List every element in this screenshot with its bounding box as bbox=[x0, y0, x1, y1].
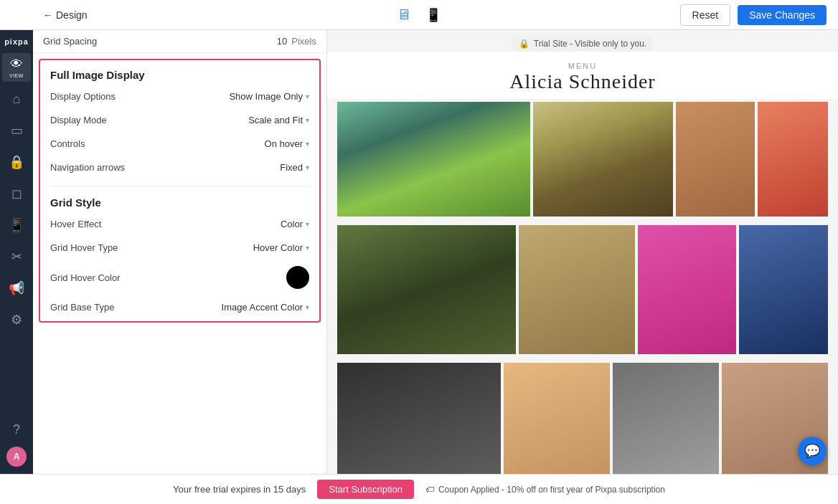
grid-hover-type-row: Grid Hover Type Hover Color ▾ bbox=[50, 242, 309, 253]
display-options-row: Display Options Show Image Only ▾ bbox=[50, 91, 309, 102]
display-mode-row: Display Mode Scale and Fit ▾ bbox=[50, 115, 309, 125]
nav-item-lock[interactable]: 🔒 bbox=[2, 148, 31, 176]
chat-bubble[interactable]: 💬 bbox=[798, 437, 827, 465]
photo-grid-row2 bbox=[327, 222, 838, 357]
nav-item-mobile[interactable]: 📱 bbox=[2, 211, 31, 239]
grid-spacing-row: Grid Spacing 10 Pixels bbox=[33, 30, 326, 53]
reset-button[interactable]: Reset bbox=[680, 4, 731, 26]
nav-arrows-arrow: ▾ bbox=[306, 163, 309, 171]
coupon-text: 🏷 Coupon Applied - 10% off on first year… bbox=[425, 485, 665, 495]
photo-item-1 bbox=[337, 102, 530, 217]
nav-arrows-label: Navigation arrows bbox=[50, 162, 280, 173]
nav-item-store[interactable]: ◻ bbox=[2, 179, 31, 208]
design-icon: ✂ bbox=[11, 249, 22, 265]
hover-effect-label: Hover Effect bbox=[50, 219, 281, 229]
photo-item-2 bbox=[533, 102, 673, 217]
controls-row: Controls On hover ▾ bbox=[50, 138, 309, 149]
chat-icon: 💬 bbox=[804, 443, 820, 459]
display-options-arrow: ▾ bbox=[306, 92, 309, 100]
settings-panel: Grid Spacing 10 Pixels Full Image Displa… bbox=[33, 30, 327, 474]
photo-item-9 bbox=[337, 363, 501, 474]
grid-hover-type-value: Hover Color bbox=[253, 242, 303, 253]
pages-icon: ▭ bbox=[11, 123, 23, 138]
back-icon: ← bbox=[43, 9, 53, 21]
logo: pixpa bbox=[4, 37, 29, 46]
coupon-icon: 🏷 bbox=[425, 485, 434, 495]
canvas-area: 🔒 Trial Site - Visible only to you. MENU… bbox=[327, 30, 838, 474]
avatar[interactable]: A bbox=[6, 447, 27, 467]
help-icon: ? bbox=[13, 422, 20, 437]
nav-item-marketing[interactable]: 📢 bbox=[2, 274, 31, 303]
grid-hover-type-arrow: ▾ bbox=[306, 244, 309, 252]
photo-grid-row3 bbox=[327, 360, 838, 474]
mobile-icon[interactable]: 📱 bbox=[425, 7, 441, 23]
photo-grid-row1 bbox=[327, 99, 838, 219]
save-button[interactable]: Save Changes bbox=[738, 5, 827, 25]
controls-value: On hover bbox=[265, 138, 303, 149]
view-icon: 👁 bbox=[10, 57, 23, 72]
back-label: Design bbox=[56, 9, 88, 21]
subscribe-button[interactable]: Start Subscription bbox=[317, 480, 414, 499]
nav-item-design[interactable]: ✂ bbox=[2, 242, 31, 271]
display-mode-label: Display Mode bbox=[50, 115, 248, 125]
back-button[interactable]: ← Design bbox=[43, 9, 88, 21]
photo-item-5 bbox=[337, 225, 516, 354]
nav-item-home[interactable]: ⌂ bbox=[2, 85, 31, 113]
full-image-title: Full Image Display bbox=[50, 69, 309, 81]
display-mode-arrow: ▾ bbox=[306, 116, 309, 124]
photo-item-6 bbox=[519, 225, 635, 354]
nav-label-view: VIEW bbox=[9, 73, 24, 78]
grid-base-type-control[interactable]: Image Accent Color ▾ bbox=[222, 302, 309, 313]
photo-item-11 bbox=[613, 363, 719, 474]
menu-label: MENU bbox=[327, 62, 838, 70]
nav-item-settings[interactable]: ⚙ bbox=[2, 305, 31, 334]
trial-text: Your free trial expires in 15 days bbox=[173, 484, 306, 495]
topbar-center: 🖥 📱 bbox=[397, 6, 441, 23]
nav-arrows-value: Fixed bbox=[280, 162, 303, 173]
settings-icon: ⚙ bbox=[11, 312, 22, 328]
home-icon: ⌂ bbox=[13, 92, 21, 107]
main-layout: pixpa 👁 VIEW ⌂ ▭ 🔒 ◻ 📱 ✂ 📢 ⚙ ? bbox=[0, 30, 838, 474]
controls-arrow: ▾ bbox=[306, 140, 309, 148]
grid-hover-color-swatch[interactable] bbox=[286, 266, 309, 289]
grid-hover-color-label: Grid Hover Color bbox=[50, 272, 286, 283]
photo-item-8 bbox=[739, 225, 828, 354]
grid-hover-color-row: Grid Hover Color bbox=[50, 266, 309, 289]
mobile-nav-icon: 📱 bbox=[9, 217, 24, 233]
nav-arrows-control[interactable]: Fixed ▾ bbox=[280, 162, 309, 173]
controls-control[interactable]: On hover ▾ bbox=[265, 138, 309, 149]
grid-base-type-row: Grid Base Type Image Accent Color ▾ bbox=[50, 302, 309, 313]
topbar: ← Design 🖥 📱 Reset Save Changes bbox=[0, 0, 838, 30]
controls-label: Controls bbox=[50, 138, 265, 149]
grid-hover-type-control[interactable]: Hover Color ▾ bbox=[253, 242, 309, 253]
photo-item-4 bbox=[758, 102, 828, 217]
store-icon: ◻ bbox=[11, 186, 22, 201]
topbar-left: ← Design bbox=[43, 9, 88, 21]
nav-item-view[interactable]: 👁 VIEW bbox=[2, 53, 31, 82]
lock-small-icon: 🔒 bbox=[519, 39, 529, 49]
hover-effect-row: Hover Effect Color ▾ bbox=[50, 219, 309, 229]
trial-bar: Your free trial expires in 15 days Start… bbox=[0, 474, 838, 504]
nav-item-pages[interactable]: ▭ bbox=[2, 116, 31, 145]
photo-item-10 bbox=[504, 363, 610, 474]
hover-effect-value: Color bbox=[281, 219, 303, 229]
display-mode-control[interactable]: Scale and Fit ▾ bbox=[248, 115, 309, 125]
display-options-label: Display Options bbox=[50, 91, 229, 102]
trial-badge: 🔒 Trial Site - Visible only to you. bbox=[512, 36, 654, 52]
display-options-value: Show Image Only bbox=[229, 91, 303, 102]
site-title: Alicia Schneider bbox=[327, 70, 838, 93]
photo-item-7 bbox=[638, 225, 736, 354]
grid-spacing-unit: Pixels bbox=[291, 36, 316, 47]
display-options-control[interactable]: Show Image Only ▾ bbox=[229, 91, 309, 102]
grid-base-type-label: Grid Base Type bbox=[50, 302, 222, 313]
coupon-label: Coupon Applied - 10% off on first year o… bbox=[438, 485, 665, 495]
desktop-icon[interactable]: 🖥 bbox=[397, 6, 411, 23]
nav-arrows-row: Navigation arrows Fixed ▾ bbox=[50, 162, 309, 173]
full-image-section: Full Image Display Display Options Show … bbox=[39, 59, 321, 323]
section-divider bbox=[50, 186, 309, 186]
sidebar-nav: pixpa 👁 VIEW ⌂ ▭ 🔒 ◻ 📱 ✂ 📢 ⚙ ? bbox=[0, 30, 33, 474]
hover-effect-control[interactable]: Color ▾ bbox=[281, 219, 309, 229]
lock-icon: 🔒 bbox=[9, 154, 24, 170]
nav-item-help[interactable]: ? bbox=[2, 415, 31, 444]
grid-spacing-value: 10 bbox=[277, 36, 287, 47]
